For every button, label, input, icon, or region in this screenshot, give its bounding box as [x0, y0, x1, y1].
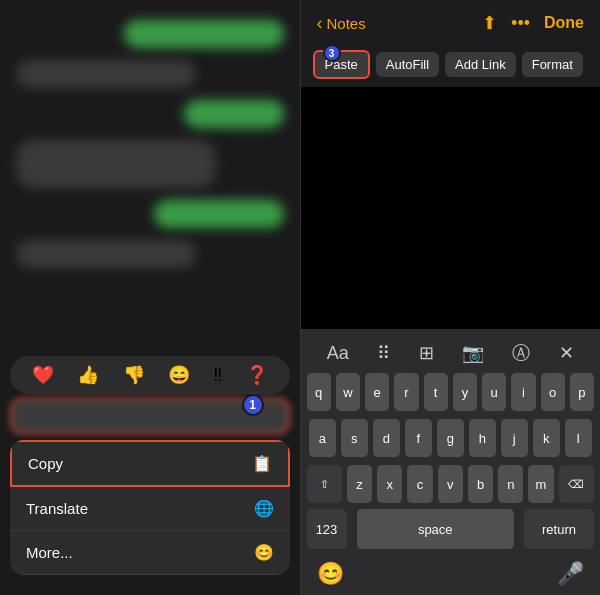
translate-icon: 🌐	[254, 499, 274, 518]
notes-header: ‹ Notes ⬆ ••• Done	[301, 0, 601, 42]
reaction-thumbup[interactable]: 👍	[77, 364, 99, 386]
key-i[interactable]: i	[511, 373, 535, 411]
menu-copy-label: Copy	[28, 455, 63, 472]
more-dots-icon[interactable]: •••	[511, 13, 530, 34]
key-shift[interactable]: ⇧	[307, 465, 342, 503]
back-button[interactable]: ‹ Notes	[317, 13, 366, 34]
kb-camera-icon[interactable]: 📷	[462, 342, 484, 364]
key-v[interactable]: v	[438, 465, 463, 503]
header-right: ⬆ ••• Done	[482, 12, 584, 34]
msg-bubble-left-lg	[16, 140, 216, 188]
context-menu-area: ❤️ 👍 👎 😄 ‼️ ❓ 1 Copy 📋 Translate 🌐 More.…	[0, 356, 300, 575]
reaction-exclaim[interactable]: ‼️	[213, 365, 222, 386]
key-o[interactable]: o	[541, 373, 565, 411]
share-icon[interactable]: ⬆	[482, 12, 497, 34]
key-s[interactable]: s	[341, 419, 368, 457]
kb-toolbar: Aa ⠿ ⊞ 📷 Ⓐ ✕	[305, 337, 597, 373]
key-h[interactable]: h	[469, 419, 496, 457]
menu-item-copy[interactable]: Copy 📋	[10, 440, 290, 487]
key-y[interactable]: y	[453, 373, 477, 411]
kb-row-2: a s d f g h j k l	[307, 419, 595, 457]
kb-a-icon[interactable]: Ⓐ	[512, 341, 530, 365]
reaction-thumbdown[interactable]: 👎	[123, 364, 145, 386]
key-a[interactable]: a	[309, 419, 336, 457]
badge-1: 1	[242, 394, 264, 416]
kb-format-icon[interactable]: ⠿	[377, 342, 390, 364]
msg-bubble-right-md	[154, 200, 284, 228]
format-button[interactable]: Format	[522, 52, 583, 77]
msg-bubble-left	[16, 60, 196, 88]
reaction-bar: ❤️ 👍 👎 😄 ‼️ ❓	[10, 356, 290, 394]
kb-table-icon[interactable]: ⊞	[419, 342, 434, 364]
badge-3: 3	[323, 44, 341, 62]
kb-close-icon[interactable]: ✕	[559, 342, 574, 364]
key-delete[interactable]: ⌫	[559, 465, 594, 503]
toolbar-row: 3 Paste AutoFill Add Link Format	[301, 42, 601, 87]
key-n[interactable]: n	[498, 465, 523, 503]
keyboard-area: Aa ⠿ ⊞ 📷 Ⓐ ✕ q w e r t y u i o p	[301, 329, 601, 595]
key-x[interactable]: x	[377, 465, 402, 503]
add-link-button[interactable]: Add Link	[445, 52, 516, 77]
menu-item-translate[interactable]: Translate 🌐	[10, 487, 290, 531]
key-g[interactable]: g	[437, 419, 464, 457]
key-t[interactable]: t	[424, 373, 448, 411]
key-m[interactable]: m	[528, 465, 553, 503]
key-w[interactable]: w	[336, 373, 360, 411]
notes-content[interactable]	[301, 87, 601, 329]
context-options: Copy 📋 Translate 🌐 More... 😊 2	[10, 440, 290, 575]
left-panel: ❤️ 👍 👎 😄 ‼️ ❓ 1 Copy 📋 Translate 🌐 More.…	[0, 0, 300, 595]
msg-bubble-left2	[16, 240, 196, 268]
key-u[interactable]: u	[482, 373, 506, 411]
key-j[interactable]: j	[501, 419, 528, 457]
reaction-question[interactable]: ❓	[246, 364, 268, 386]
key-b[interactable]: b	[468, 465, 493, 503]
key-d[interactable]: d	[373, 419, 400, 457]
reaction-haha[interactable]: 😄	[168, 364, 190, 386]
menu-translate-label: Translate	[26, 500, 88, 517]
kb-font-icon[interactable]: Aa	[327, 343, 349, 364]
key-return[interactable]: return	[524, 509, 594, 549]
key-z[interactable]: z	[347, 465, 372, 503]
keyboard-rows: q w e r t y u i o p a s d f g h j k	[305, 373, 597, 503]
kb-row-1: q w e r t y u i o p	[307, 373, 595, 411]
chevron-left-icon: ‹	[317, 13, 323, 34]
blur-messages	[0, 0, 300, 360]
msg-bubble-right-sm	[184, 100, 284, 128]
paste-button[interactable]: Paste	[313, 50, 370, 79]
kb-bottom-row: 123 space return	[305, 503, 597, 555]
key-space[interactable]: space	[357, 509, 515, 549]
key-k[interactable]: k	[533, 419, 560, 457]
right-panel: ‹ Notes ⬆ ••• Done 3 Paste AutoFill Add …	[301, 0, 601, 595]
key-q[interactable]: q	[307, 373, 331, 411]
key-f[interactable]: f	[405, 419, 432, 457]
reaction-heart[interactable]: ❤️	[32, 364, 54, 386]
msg-bubble-right	[124, 20, 284, 48]
back-label: Notes	[327, 15, 366, 32]
emoji-button[interactable]: 😊	[317, 561, 344, 587]
key-e[interactable]: e	[365, 373, 389, 411]
key-l[interactable]: l	[565, 419, 592, 457]
autofill-button[interactable]: AutoFill	[376, 52, 439, 77]
more-icon: 😊	[254, 543, 274, 562]
kb-emoji-row: 😊 🎤	[305, 555, 597, 591]
mic-button[interactable]: 🎤	[557, 561, 584, 587]
key-123[interactable]: 123	[307, 509, 347, 549]
kb-row-3: ⇧ z x c v b n m ⌫	[307, 465, 595, 503]
key-c[interactable]: c	[407, 465, 432, 503]
menu-more-label: More...	[26, 544, 73, 561]
menu-item-more[interactable]: More... 😊	[10, 531, 290, 575]
key-r[interactable]: r	[394, 373, 418, 411]
key-p[interactable]: p	[570, 373, 594, 411]
copy-icon: 📋	[252, 454, 272, 473]
done-button[interactable]: Done	[544, 14, 584, 32]
